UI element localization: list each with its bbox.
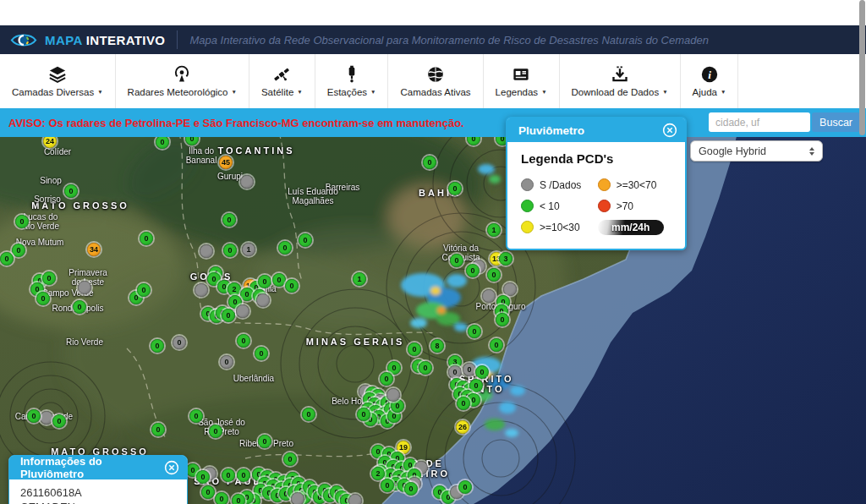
pluviometer-marker[interactable]: 0 [151,423,165,436]
pluviometer-marker[interactable]: 1 [242,243,255,256]
pluviometer-marker[interactable] [40,411,53,425]
pluviometer-marker[interactable]: 0 [475,365,489,379]
pluviometer-marker[interactable]: 0 [258,435,271,448]
pluviometer-marker[interactable]: 0 [12,244,25,257]
pluviometer-marker[interactable]: 0 [466,264,480,277]
pluviometer-marker[interactable] [291,492,304,504]
pluviometer-marker[interactable]: 0 [408,342,421,356]
pluviometer-marker[interactable]: 0 [458,480,472,494]
nav-subtitle: Mapa Interativo da Rede Observacional pa… [189,34,709,47]
pluviometer-marker[interactable]: 0 [140,232,153,245]
base-layer-select[interactable]: Google Hybrid [690,140,823,162]
pluviometer-marker[interactable]: 0 [272,273,286,287]
pluviometer-marker[interactable]: 34 [87,243,101,256]
legend-body: Legenda PCD's S /Dados< 10>=10<30>=30<70… [507,142,685,249]
station-icon [343,65,361,84]
pluviometer-marker[interactable] [348,494,362,504]
brand[interactable]: MAPA INTERATIVO [0,31,177,49]
pluviometer-marker[interactable]: 0 [201,485,215,499]
pluviometer-marker[interactable]: 0 [463,363,476,376]
pluviometer-marker[interactable]: 0 [196,470,210,484]
legend-item--30-70: >=30<70 [598,178,671,191]
pluviometer-marker[interactable]: 0 [255,347,268,360]
toolbar-item-legendas[interactable]: Legendas ▼ [484,54,560,108]
toolbar-item-estacoes[interactable]: Estações ▼ [315,54,389,108]
pluviometer-marker[interactable] [236,304,249,318]
pluviometer-marker[interactable]: 0 [357,408,370,421]
pluviometer-marker[interactable]: 0 [299,233,312,247]
pluviometer-marker[interactable]: 3 [499,252,512,266]
pluviometer-marker[interactable]: 0 [189,409,203,423]
pluviometer-marker[interactable]: 0 [222,213,236,227]
pluviometer-marker[interactable]: 0 [222,309,235,322]
pluviometer-marker[interactable]: 26 [456,420,469,434]
pluviometer-marker[interactable]: 2 [371,467,385,480]
pluviometer-marker[interactable]: 0 [137,283,151,297]
pluviometer-marker[interactable]: 0 [173,336,186,349]
pluviometer-marker[interactable]: 0 [419,361,432,375]
search-button[interactable]: Buscar [812,112,860,132]
pluviometer-marker[interactable]: 0 [36,292,50,305]
pluviometer-marker[interactable]: 1 [487,223,501,237]
toolbar-item-camadas-ativas[interactable]: Camadas Ativas [388,54,483,108]
pluviometer-marker[interactable]: 0 [258,275,271,288]
pluviometer-marker[interactable]: 0 [404,482,418,496]
pluviometer-marker[interactable] [240,175,254,189]
pluviometer-marker[interactable]: 0 [448,365,462,379]
toolbar-item-download-de-dados[interactable]: Download de Dados ▼ [560,54,681,108]
pluviometer-marker[interactable]: 0 [423,156,436,169]
pluviometer-marker[interactable] [195,283,208,297]
toolbar-item-satelite[interactable]: Satélite ▼ [249,54,315,108]
pluviometer-marker[interactable]: 0 [283,452,297,466]
toolbar-item-label: Ajuda ▼ [693,87,726,97]
pluviometer-marker[interactable]: 8 [430,339,444,353]
pluviometer-marker[interactable]: 0 [64,184,78,198]
pluviometer-marker[interactable] [503,282,517,296]
close-icon[interactable] [662,123,677,138]
pluviometer-marker[interactable]: 0 [448,182,462,195]
pluviometer-marker[interactable]: 0 [237,334,250,348]
pluviometer-marker[interactable]: 0 [151,339,164,353]
pluviometer-marker[interactable]: 0 [15,215,29,228]
pluviometer-marker[interactable]: 0 [73,300,86,314]
pluviometer-marker[interactable]: 0 [52,414,66,428]
pluviometer-marker[interactable]: 0 [468,325,481,338]
toolbar-item-ajuda[interactable]: iAjuda ▼ [681,54,739,108]
pluviometer-marker[interactable]: 0 [42,271,56,285]
pluviometer-marker[interactable]: 1 [353,272,366,286]
pluviometer-marker[interactable]: 0 [381,479,394,492]
pluviometer-marker[interactable]: 0 [490,338,503,352]
map-canvas[interactable]: MATO GROSSOTOCANTINSBAHIAGOIÁSMINAS GERA… [0,137,866,504]
close-icon[interactable] [164,460,179,475]
pluviometer-marker[interactable] [386,388,400,402]
toolbar-item-camadas-diversas[interactable]: Camadas Diversas ▼ [0,54,116,108]
pluviometer-marker[interactable] [78,281,91,294]
pluviometer-marker[interactable]: 45 [219,156,233,169]
pluviometer-marker[interactable]: 0 [302,408,315,421]
pluviometer-marker[interactable]: 0 [496,313,509,326]
pluviometer-marker[interactable]: 2 [227,282,241,296]
pluviometer-marker[interactable]: 0 [232,494,245,504]
pluviometer-marker[interactable] [200,244,213,258]
pluviometer-marker[interactable]: 0 [220,355,233,369]
pluviometer-marker[interactable]: 0 [285,279,299,293]
pluviometer-marker[interactable]: 0 [27,409,41,423]
pluviometer-marker[interactable] [256,293,270,307]
pluviometer-marker[interactable]: 0 [215,492,228,504]
search-input[interactable] [709,112,810,132]
pluviometer-marker[interactable]: 0 [222,468,235,482]
pluviometer-marker[interactable]: 0 [223,244,237,257]
pluviometer-marker[interactable] [482,289,496,303]
pluviometer-marker[interactable]: 0 [380,372,393,386]
notice-prefix: AVISO: [8,117,46,129]
pluviometer-marker[interactable]: 0 [237,468,250,482]
pluviometer-marker[interactable]: 0 [457,397,470,410]
pluviometer-marker[interactable]: 0 [278,241,292,255]
pluviometer-marker[interactable]: 0 [209,425,222,438]
pluviometer-marker[interactable]: 0 [487,268,501,282]
page-scrollbar-thumb[interactable] [859,0,865,135]
pluviometer-marker[interactable]: 0 [0,252,14,266]
pluviometer-marker[interactable]: 0 [240,288,254,301]
pluviometer-marker[interactable]: 0 [450,254,463,267]
toolbar-item-radares-meteorologico[interactable]: Radares Meteorológico ▼ [116,54,249,108]
